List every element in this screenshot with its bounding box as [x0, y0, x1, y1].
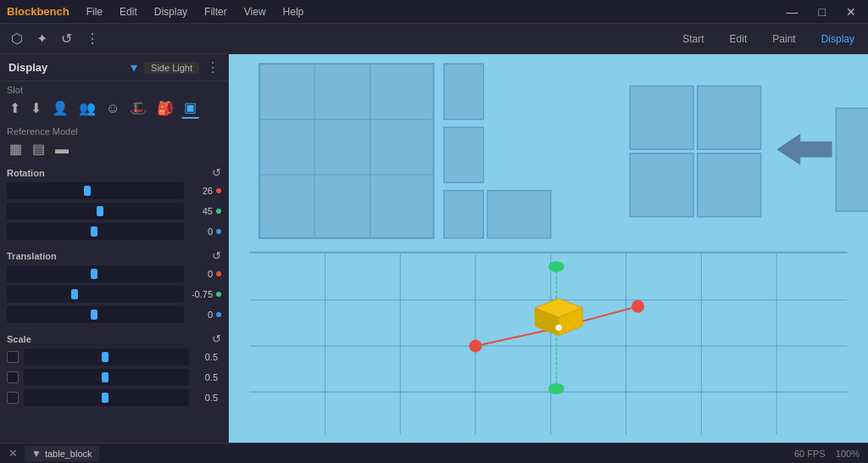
translation-x-row: 0	[7, 265, 221, 282]
main-layout: Display ▾ Side Light ⋮ Slot ⬆ ⬇ 👤 👥 ☺ 🎩 …	[0, 54, 868, 443]
side-light-dropdown[interactable]: ▾	[131, 59, 137, 75]
tool-icon-1[interactable]: ⬡	[7, 28, 27, 49]
scale-x-slider[interactable]	[24, 349, 189, 365]
rotation-z-slider[interactable]	[7, 223, 184, 240]
svg-rect-6	[444, 64, 484, 119]
slot-icon-1[interactable]: ⬆	[7, 98, 23, 118]
ref-icon-3[interactable]: ▬	[53, 140, 71, 159]
nav-edit[interactable]: Edit	[723, 31, 754, 47]
panel-title: Display	[8, 61, 47, 74]
translation-y-value: -0.75	[184, 289, 216, 299]
nav-display[interactable]: Display	[815, 31, 861, 47]
rotation-y-row: 45	[7, 203, 221, 220]
panel-header-actions: ▾ Side Light ⋮	[131, 59, 220, 75]
app-logo: Blockbench	[7, 5, 70, 18]
scale-reset-button[interactable]: ↺	[212, 332, 221, 345]
toolbar: ⬡ ✦ ↺ ⋮ Start Edit Paint Display	[0, 24, 868, 54]
scale-x-handle	[102, 352, 108, 362]
menu-help[interactable]: Help	[276, 4, 311, 20]
bottom-left: ✕ ▼ table_block	[8, 446, 99, 461]
translation-reset-button[interactable]: ↺	[212, 249, 221, 262]
menu-display[interactable]: Display	[147, 4, 194, 20]
slot-icon-8[interactable]: ▣	[181, 98, 199, 119]
rotation-x-slider[interactable]	[7, 182, 184, 199]
nav-paint[interactable]: Paint	[765, 31, 802, 47]
scale-y-slider[interactable]	[24, 369, 189, 386]
slot-icon-4[interactable]: 👥	[76, 98, 98, 118]
tool-icon-2[interactable]: ✦	[32, 28, 52, 49]
rotation-x-value: 26	[184, 186, 216, 196]
close-button[interactable]: ✕	[841, 3, 861, 20]
svg-rect-12	[698, 153, 761, 217]
scale-z-slider[interactable]	[24, 389, 189, 406]
side-light-label[interactable]: Side Light	[144, 62, 199, 74]
close-tab-icon[interactable]: ✕	[8, 447, 18, 460]
svg-point-38	[555, 325, 561, 331]
scale-y-row: 0.5	[7, 369, 221, 386]
toolbar-nav: Start Edit Paint Display	[676, 31, 861, 47]
menu-edit[interactable]: Edit	[113, 4, 144, 20]
rotation-section: Rotation ↺ 26 45	[0, 163, 228, 246]
panel-header: Display ▾ Side Light ⋮	[0, 54, 228, 81]
svg-rect-14	[836, 109, 868, 212]
panel-options-icon[interactable]: ⋮	[206, 59, 220, 75]
maximize-button[interactable]: □	[814, 3, 831, 20]
svg-rect-11	[630, 153, 693, 217]
tool-icon-4[interactable]: ⋮	[81, 28, 103, 49]
menu-bar: File Edit Display Filter View Help	[80, 4, 311, 20]
slot-section: Slot ⬆ ⬇ 👤 👥 ☺ 🎩 🎒 ▣	[0, 81, 228, 123]
translation-x-dot	[216, 271, 221, 276]
file-tab[interactable]: ▼ table_block	[25, 446, 99, 461]
translation-title: Translation	[7, 251, 57, 261]
svg-rect-7	[444, 127, 484, 182]
tool-icon-3[interactable]: ↺	[57, 28, 76, 49]
scale-header: Scale ↺	[7, 332, 221, 345]
translation-y-handle	[71, 289, 78, 299]
viewport[interactable]	[229, 54, 868, 443]
ref-icon-1[interactable]: ▦	[7, 139, 25, 159]
rotation-reset-button[interactable]: ↺	[212, 166, 221, 179]
menu-view[interactable]: View	[237, 4, 273, 20]
translation-y-slider[interactable]	[7, 286, 184, 303]
ref-icons: ▦ ▤ ▬	[7, 139, 221, 159]
titlebar-right: — □ ✕	[782, 3, 861, 20]
titlebar: Blockbench File Edit Display Filter View…	[0, 0, 868, 24]
translation-header: Translation ↺	[7, 249, 221, 262]
menu-file[interactable]: File	[80, 4, 109, 20]
svg-rect-9	[630, 86, 693, 149]
nav-start[interactable]: Start	[676, 31, 710, 47]
titlebar-left: Blockbench File Edit Display Filter View…	[7, 4, 310, 20]
translation-z-slider[interactable]	[7, 306, 184, 323]
translation-x-slider[interactable]	[7, 265, 184, 282]
menu-filter[interactable]: Filter	[198, 4, 234, 20]
scale-y-value: 0.5	[189, 372, 221, 382]
slot-icon-2[interactable]: ⬇	[28, 98, 44, 118]
scale-z-checkbox[interactable]	[7, 392, 19, 404]
file-icon: ▼	[31, 448, 42, 460]
slot-icons: ⬆ ⬇ 👤 👥 ☺ 🎩 🎒 ▣	[7, 98, 221, 119]
scale-x-row: 0.5	[7, 349, 221, 365]
rotation-x-dot	[216, 188, 221, 193]
translation-z-handle	[91, 310, 97, 320]
translation-z-value: 0	[184, 310, 216, 320]
slot-icon-6[interactable]: 🎩	[127, 98, 149, 118]
translation-z-dot	[216, 312, 221, 317]
scale-section: Scale ↺ 0.5 0.5	[0, 329, 228, 411]
left-panel: Display ▾ Side Light ⋮ Slot ⬆ ⬇ 👤 👥 ☺ 🎩 …	[0, 54, 229, 443]
scale-y-checkbox[interactable]	[7, 371, 19, 383]
bottombar: ✕ ▼ table_block 60 FPS 100%	[0, 443, 868, 463]
toolbar-tools: ⬡ ✦ ↺ ⋮	[7, 28, 103, 49]
scale-x-checkbox[interactable]	[7, 351, 19, 363]
rotation-y-handle	[97, 206, 103, 216]
ref-icon-2[interactable]: ▤	[30, 139, 47, 159]
svg-rect-15	[487, 191, 551, 238]
scale-x-value: 0.5	[189, 352, 221, 362]
rotation-x-handle	[84, 186, 91, 196]
slot-label: Slot	[7, 85, 221, 95]
slot-icon-7[interactable]: 🎒	[154, 98, 176, 118]
minimize-button[interactable]: —	[782, 3, 804, 20]
slot-icon-3[interactable]: 👤	[49, 98, 71, 118]
ref-label: Reference Model	[7, 126, 221, 137]
rotation-y-slider[interactable]	[7, 203, 184, 220]
slot-icon-5[interactable]: ☺	[103, 99, 122, 118]
